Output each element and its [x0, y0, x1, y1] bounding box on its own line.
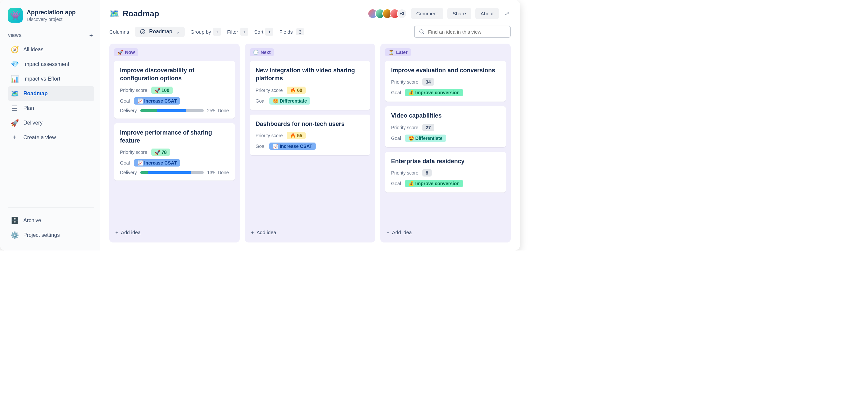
idea-card[interactable]: Improve evaluation and conversionsPriori… — [385, 61, 506, 102]
avatar-more[interactable]: +3 — [397, 9, 407, 19]
card-title: New integration with video sharing platf… — [256, 66, 365, 82]
priority-badge: 🔥 60 — [287, 86, 305, 94]
add-idea-button[interactable]: +Add idea — [114, 227, 235, 238]
delivery-done-text: 13% Done — [207, 170, 229, 175]
board-column: 🕑NextNew integration with video sharing … — [245, 44, 375, 242]
card-title: Video capabilities — [391, 112, 500, 119]
plus-icon: + — [251, 230, 254, 235]
priority-badge: 🔥 55 — [287, 132, 305, 139]
add-view-button[interactable]: + — [88, 32, 94, 39]
page-title: 🗺️ Roadmap — [109, 9, 159, 18]
goal-label: Goal — [256, 98, 266, 104]
about-button[interactable]: About — [475, 8, 499, 19]
column-header[interactable]: ⏳Later — [385, 48, 411, 56]
board-column: ⏳LaterImprove evaluation and conversions… — [380, 44, 511, 242]
search-icon — [418, 29, 425, 35]
groupby-label[interactable]: Group by+ — [191, 28, 221, 36]
column-icon: 🕑 — [253, 49, 259, 55]
idea-card[interactable]: Enterprise data residencyPriority score8… — [385, 152, 506, 193]
priority-label: Priority score — [391, 170, 418, 176]
card-title: Dashboards for non-tech users — [256, 120, 365, 128]
sort-add[interactable]: + — [265, 28, 273, 36]
sidebar-item-label: Impact vs Effort — [23, 76, 60, 82]
app-frame: 👾 Appreciation app Discovery project VIE… — [0, 0, 520, 250]
filter-label[interactable]: Filter+ — [227, 28, 248, 36]
sidebar-item-label: Archive — [23, 217, 41, 223]
delivery-label: Delivery — [120, 108, 137, 113]
priority-label: Priority score — [391, 125, 418, 130]
groupby-add[interactable]: + — [213, 28, 221, 36]
project-title: Appreciation app — [27, 9, 76, 16]
goal-badge: 🤩 Differentiate — [269, 97, 310, 105]
page-title-text: Roadmap — [123, 9, 159, 18]
nav-icon: 🗺️ — [11, 90, 19, 98]
goal-badge: 📈 Increase CSAT — [134, 159, 180, 167]
column-header[interactable]: 🚀Now — [114, 48, 138, 56]
sidebar: 👾 Appreciation app Discovery project VIE… — [0, 0, 100, 250]
columns-value: Roadmap — [149, 29, 172, 35]
card-title: Improve evaluation and conversions — [391, 66, 500, 74]
delivery-done-text: 25% Done — [207, 108, 229, 113]
topbar: 🗺️ Roadmap +3 Comment Share About ⤢ — [109, 8, 511, 19]
comment-button[interactable]: Comment — [411, 8, 443, 19]
nav-icon: 💎 — [11, 60, 19, 68]
idea-card[interactable]: New integration with video sharing platf… — [250, 61, 371, 110]
goal-label: Goal — [391, 136, 401, 141]
board-column: 🚀NowImprove discoverability of configura… — [109, 44, 240, 242]
delivery-label: Delivery — [120, 170, 137, 175]
column-icon: ⏳ — [388, 49, 394, 55]
filter-add[interactable]: + — [240, 28, 248, 36]
add-idea-button[interactable]: +Add idea — [250, 227, 371, 238]
sidebar-item[interactable]: 📊Impact vs Effort — [8, 72, 94, 86]
sidebar-item[interactable]: ☰Plan — [8, 101, 94, 115]
nav-icon: 🚀 — [11, 119, 19, 127]
idea-card[interactable]: Dashboards for non-tech usersPriority sc… — [250, 114, 371, 155]
sidebar-item[interactable]: 💎Impact assessment — [8, 57, 94, 72]
columns-label: Columns — [109, 29, 129, 35]
goal-badge: 💰 Improve conversion — [405, 89, 463, 96]
idea-card[interactable]: Improve discoverability of configuration… — [114, 61, 235, 118]
sidebar-item-label: All ideas — [23, 47, 43, 53]
goal-label: Goal — [120, 98, 130, 104]
sidebar-item[interactable]: 🚀Delivery — [8, 115, 94, 130]
priority-label: Priority score — [256, 88, 283, 93]
expand-icon[interactable]: ⤢ — [503, 9, 511, 19]
idea-card[interactable]: Improve performance of sharing featurePr… — [114, 123, 235, 181]
sidebar-item[interactable]: +Create a view — [8, 130, 94, 144]
main-content: 🗺️ Roadmap +3 Comment Share About ⤢ Colu… — [100, 0, 520, 250]
goal-label: Goal — [120, 160, 130, 166]
plus-icon: + — [386, 230, 389, 235]
add-idea-button[interactable]: +Add idea — [385, 227, 506, 238]
view-toolbar: Columns Roadmap ⌄ Group by+ Filter+ Sort… — [109, 26, 511, 38]
sort-label[interactable]: Sort+ — [254, 28, 274, 36]
fields-label[interactable]: Fields 3 — [279, 29, 304, 35]
priority-badge: 8 — [422, 169, 432, 176]
column-header[interactable]: 🕑Next — [250, 48, 274, 56]
archive-icon: 🗄️ — [11, 216, 19, 224]
column-label: Now — [125, 49, 135, 55]
goal-label: Goal — [391, 181, 401, 186]
column-label: Later — [396, 49, 407, 55]
sidebar-item-label: Delivery — [23, 120, 43, 126]
project-header[interactable]: 👾 Appreciation app Discovery project — [8, 8, 94, 23]
sidebar-item[interactable]: 🗺️Roadmap — [8, 86, 94, 101]
board: 🚀NowImprove discoverability of configura… — [109, 44, 511, 242]
project-logo: 👾 — [8, 8, 23, 23]
avatar-stack[interactable]: +3 — [370, 9, 407, 19]
idea-card[interactable]: Video capabilitiesPriority score27Goal🤩 … — [385, 106, 506, 147]
search-box[interactable] — [414, 26, 511, 38]
search-input[interactable] — [428, 29, 506, 35]
sidebar-item-label: Impact assessment — [23, 61, 69, 67]
sidebar-item-archive[interactable]: 🗄️ Archive — [8, 213, 94, 228]
priority-badge: 27 — [422, 124, 434, 131]
columns-selector[interactable]: Roadmap ⌄ — [135, 27, 184, 37]
priority-badge: 34 — [422, 78, 434, 85]
svg-point-1 — [420, 30, 423, 33]
priority-badge: 🚀 100 — [151, 86, 173, 94]
share-button[interactable]: Share — [447, 8, 471, 19]
priority-badge: 🚀 78 — [151, 148, 170, 156]
progress-bar — [140, 109, 204, 112]
project-subtitle: Discovery project — [27, 16, 76, 22]
sidebar-item-settings[interactable]: ⚙️ Project settings — [8, 228, 94, 242]
sidebar-item[interactable]: 🧭All ideas — [8, 42, 94, 57]
